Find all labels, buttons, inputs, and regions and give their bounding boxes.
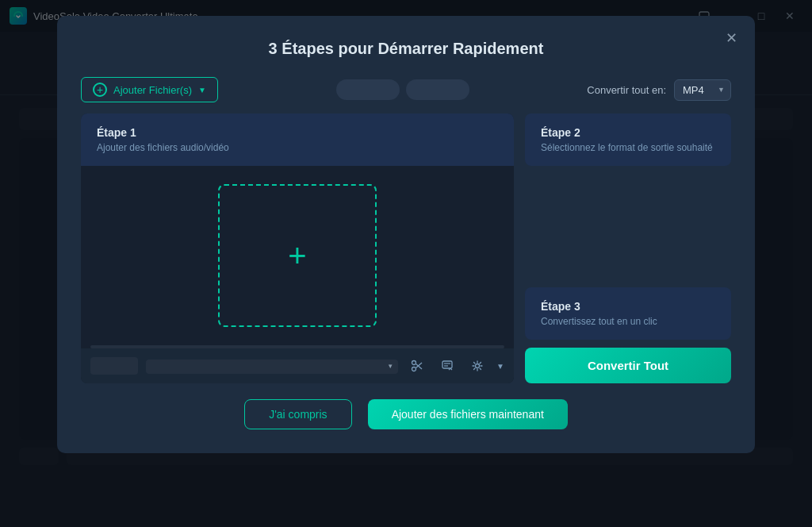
scissors-icon[interactable] [406,355,428,377]
format-select[interactable]: MP4 MKV AVI MOV WMV [674,79,731,101]
svg-point-16 [412,367,416,371]
dialog-close-button[interactable]: ✕ [720,27,742,49]
drop-zone-box[interactable]: + [218,184,377,327]
pill-1 [336,79,400,100]
step3-title: Étape 3 [541,300,715,313]
bottom-toolbar: ▼ [81,348,514,383]
convert-all-button[interactable]: Convertir Tout [525,348,731,383]
bottom-select-wrapper [146,359,398,374]
chevron-down-icon: ▼ [198,86,206,94]
step1-title: Étape 1 [97,126,498,139]
plus-circle-icon: + [93,83,107,97]
svg-rect-19 [442,361,452,368]
dialog-footer: J'ai compris Ajouter des fichiers mainte… [81,399,731,429]
bottom-pill [90,357,138,375]
pill-2 [406,79,469,100]
dialog-title: 3 Étapes pour Démarrer Rapidement [81,40,731,58]
svg-point-22 [476,364,480,368]
add-file-label: Ajouter Fichier(s) [113,84,192,96]
understand-button[interactable]: J'ai compris [244,399,351,429]
bottom-select[interactable] [146,360,398,374]
step2-desc: Sélectionnez le format de sortie souhait… [541,142,715,153]
right-panel: Étape 2 Sélectionnez le format de sortie… [525,113,731,383]
steps-toolbar: + Ajouter Fichier(s) ▼ Convertir tout en… [81,77,731,102]
drop-zone[interactable]: + [81,166,514,345]
step1-card: Étape 1 Ajouter des fichiers audio/vidéo [81,113,514,166]
drop-zone-plus-icon: + [288,240,306,271]
convert-all-label: Convertir tout en: [587,84,666,96]
format-select-wrapper: MP4 MKV AVI MOV WMV [674,79,731,101]
step3-card: Étape 3 Convertissez tout en un clic [525,287,731,340]
dialog: ✕ 3 Étapes pour Démarrer Rapidement + Aj… [57,16,755,453]
overlay: ✕ 3 Étapes pour Démarrer Rapidement + Aj… [0,0,812,527]
settings-icon[interactable] [466,355,488,377]
step2-title: Étape 2 [541,126,715,139]
step2-card: Étape 2 Sélectionnez le format de sortie… [525,113,731,166]
edit-icon[interactable] [436,355,458,377]
toolbar-pills [336,79,469,100]
step1-desc: Ajouter des fichiers audio/vidéo [97,142,498,153]
content-panels: Étape 1 Ajouter des fichiers audio/vidéo… [81,113,731,383]
add-now-button[interactable]: Ajouter des fichiers maintenant [368,399,568,429]
left-panel: Étape 1 Ajouter des fichiers audio/vidéo… [81,113,514,383]
svg-point-15 [412,361,416,365]
step3-desc: Convertissez tout en un clic [541,316,715,327]
convert-all-section: Convertir tout en: MP4 MKV AVI MOV WMV [587,79,731,101]
add-file-button[interactable]: + Ajouter Fichier(s) ▼ [81,77,218,102]
